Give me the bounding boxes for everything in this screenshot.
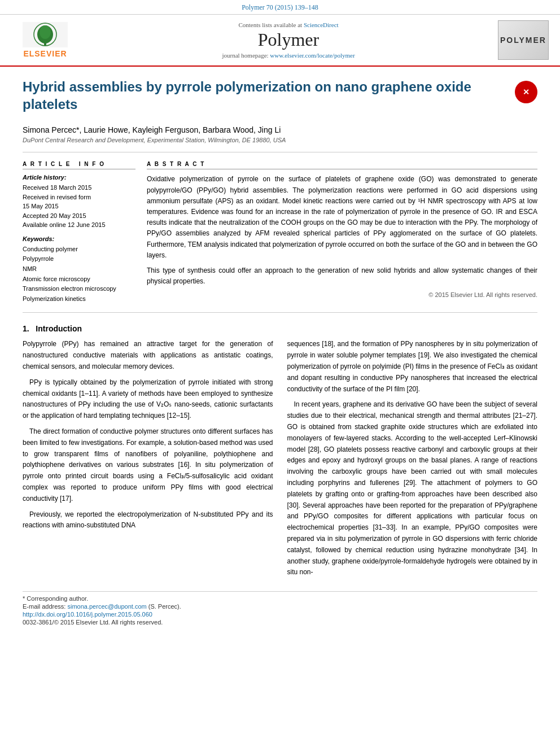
keywords-list: Conducting polymer Polypyrrole NMR Atomi…	[23, 244, 135, 304]
abstract-heading: A B S T R A C T	[147, 161, 537, 169]
authors: Simona Percec*, Laurie Howe, Kayleigh Fe…	[23, 125, 537, 134]
received-revised-label: Received in revised form	[23, 193, 135, 202]
email-line: E-mail address: simona.percec@dupont.com…	[23, 603, 537, 610]
divider-after-abstract	[23, 312, 537, 313]
abstract-para-2: This type of synthesis could offer an ap…	[147, 265, 537, 287]
keyword-1: Conducting polymer	[23, 244, 135, 255]
journal-citation: Polymer 70 (2015) 139–148	[0, 0, 560, 15]
keyword-2: Polypyrrole	[23, 254, 135, 264]
intro-para-3: The direct formation of conductive polym…	[23, 426, 273, 505]
intro-para-2: PPy is typically obtained by the polymer…	[23, 377, 273, 422]
received-date: Received 18 March 2015	[23, 183, 135, 193]
intro-left-col: Polypyrrole (PPy) has remained an attrac…	[23, 339, 273, 583]
available-online: Available online 12 June 2015	[23, 220, 135, 230]
accepted-date: Accepted 20 May 2015	[23, 211, 135, 221]
previously-text: Previously	[29, 510, 60, 518]
corresponding-note: * Corresponding author.	[23, 595, 537, 602]
journal-header: ELSEVIER Contents lists available at Sci…	[0, 15, 560, 67]
journal-name: Polymer	[79, 29, 498, 50]
journal-center: Contents lists available at ScienceDirec…	[79, 21, 498, 59]
intro-right-col: sequences [18], and the formation of PPy…	[287, 339, 538, 583]
abstract-para-1: Oxidative polymerization of pyrrole on t…	[147, 174, 537, 261]
main-content: Hybrid assemblies by pyrrole polymerizat…	[0, 67, 560, 638]
intro-heading: 1. Introduction	[23, 324, 537, 333]
doi-line: http://dx.doi.org/10.1016/j.polymer.2015…	[23, 611, 537, 618]
article-info-heading: A R T I C L E I N F O	[23, 161, 135, 169]
contents-label: Contents lists available at ScienceDirec…	[79, 21, 498, 28]
footnotes: * Corresponding author. E-mail address: …	[23, 591, 537, 626]
intro-para-4: Previously, we reported the electropolym…	[23, 509, 273, 532]
email-link[interactable]: simona.percec@dupont.com	[67, 603, 146, 610]
intro-body-columns: Polypyrrole (PPy) has remained an attrac…	[23, 339, 537, 583]
abstract-col: A B S T R A C T Oxidative polymerization…	[147, 161, 537, 304]
intro-left-text: Polypyrrole (PPy) has remained an attrac…	[23, 339, 273, 531]
keyword-4: Atomic force microscopy	[23, 274, 135, 285]
polymer-logo: polymer	[498, 20, 549, 60]
introduction-section: 1. Introduction Polypyrrole (PPy) has re…	[23, 324, 537, 583]
revised-date: 15 May 2015	[23, 202, 135, 211]
divider-after-authors	[23, 152, 537, 152]
elsevier-wordmark: ELSEVIER	[23, 49, 67, 58]
elsevier-tree-icon	[23, 22, 68, 47]
intro-right-para-2: In recent years, graphene and its deriva…	[287, 399, 538, 578]
homepage-link[interactable]: www.elsevier.com/locate/polymer	[270, 52, 355, 59]
intro-right-para-1: sequences [18], and the formation of PPy…	[287, 339, 538, 395]
article-info-abstract-section: A R T I C L E I N F O Article history: R…	[23, 161, 537, 304]
intro-para-1: Polypyrrole (PPy) has remained an attrac…	[23, 339, 273, 372]
sciencedirect-link[interactable]: ScienceDirect	[304, 21, 339, 28]
issn-line: 0032-3861/© 2015 Elsevier Ltd. All right…	[23, 619, 537, 626]
keyword-6: Polymerization kinetics	[23, 294, 135, 304]
keyword-3: NMR	[23, 264, 135, 274]
article-info-col: A R T I C L E I N F O Article history: R…	[23, 161, 135, 304]
keywords-label: Keywords:	[23, 235, 135, 242]
svg-point-3	[40, 25, 51, 39]
keyword-5: Transmission electron microscopy	[23, 284, 135, 294]
intro-right-text: sequences [18], and the formation of PPy…	[287, 339, 538, 578]
homepage-line: journal homepage: www.elsevier.com/locat…	[79, 52, 498, 59]
article-title: Hybrid assemblies by pyrrole polymerizat…	[23, 78, 509, 113]
elsevier-logo-area: ELSEVIER	[11, 22, 79, 58]
doi-link[interactable]: http://dx.doi.org/10.1016/j.polymer.2015…	[23, 611, 152, 618]
affiliation: DuPont Central Research and Development,…	[23, 137, 537, 143]
crossmark-icon: ✕	[515, 81, 537, 103]
history-label: Article history:	[23, 174, 135, 181]
copyright: © 2015 Elsevier Ltd. All rights reserved…	[147, 291, 537, 298]
abstract-text: Oxidative polymerization of pyrrole on t…	[147, 174, 537, 287]
